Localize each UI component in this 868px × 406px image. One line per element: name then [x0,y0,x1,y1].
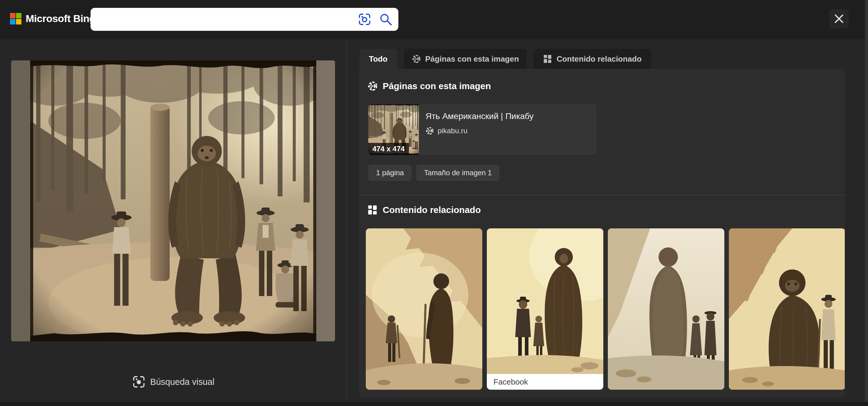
image-dimensions-badge: 474 x 474 [368,143,409,155]
tab-label: Todo [369,54,388,64]
globe-icon [412,54,421,63]
result-text: Ять Американский | Пикабу pikabu.ru [419,104,534,155]
bing-logo[interactable]: Microsoft Bing [10,13,95,25]
tab-label: Páginas con esta imagen [425,54,519,64]
related-image [608,228,724,390]
filter-chips: 1 página Tamaño de imagen 1 [368,165,499,181]
collage-grid-icon [543,54,552,63]
tab-label: Contenido relacionado [557,54,642,64]
related-card-caption: Facebook [493,377,528,387]
globe-icon [426,126,434,135]
query-image-photo [30,60,316,341]
results-panel: Páginas con esta imagen 474 x 474 Ять Ам… [359,69,845,397]
result-title[interactable]: Ять Американский | Пикабу [426,112,534,121]
related-image-card[interactable] [608,228,724,390]
brand-text: Microsoft Bing [26,13,95,25]
header: Microsoft Bing [0,0,868,39]
related-section-title: Contenido relacionado [383,205,481,215]
tab-pages-with-image[interactable]: Páginas con esta imagen [404,49,527,69]
related-image [366,228,482,390]
query-image-pane: Búsqueda visual [0,39,346,402]
related-image [487,228,603,374]
bing-visual-search-overlay: Microsoft Bing [0,0,868,406]
scrollbar[interactable] [865,0,868,406]
result-source-row[interactable]: pikabu.ru [426,126,534,135]
related-card-footer: Facebook [487,374,603,390]
related-image-card[interactable] [729,228,845,390]
bottom-bar [0,402,868,406]
related-image-card[interactable] [366,228,482,390]
section-divider [359,195,845,196]
close-icon [832,12,846,25]
query-image[interactable] [11,60,335,341]
related-content-row: Facebook [366,228,845,390]
related-image-card[interactable]: Facebook [487,228,603,390]
visual-search-label: Búsqueda visual [150,377,215,387]
related-image [729,228,845,390]
search-input[interactable] [99,14,358,25]
close-button[interactable] [829,9,849,28]
filter-chip-image-size[interactable]: Tamaño de imagen 1 [416,165,499,181]
pane-divider [346,39,347,402]
page-result-card[interactable]: 474 x 474 Ять Американский | Пикабу pika… [368,104,597,155]
result-source: pikabu.ru [438,126,467,135]
filter-chip-pages[interactable]: 1 página [368,165,412,181]
visual-search-icon[interactable] [358,13,371,26]
tab-todo[interactable]: Todo [360,49,397,69]
collage-grid-icon [368,205,378,215]
microsoft-logo-icon [10,13,22,25]
result-thumbnail[interactable]: 474 x 474 [368,104,419,155]
search-icon[interactable] [379,13,392,26]
pages-section-header: Páginas con esta imagen [368,81,491,91]
search-bar[interactable] [91,8,398,31]
globe-icon [368,81,378,91]
visual-search-icon [132,375,146,388]
pages-section-title: Páginas con esta imagen [383,81,491,91]
tab-related-content[interactable]: Contenido relacionado [534,49,651,69]
visual-search-button[interactable]: Búsqueda visual [0,375,346,388]
related-section-header: Contenido relacionado [368,205,481,215]
